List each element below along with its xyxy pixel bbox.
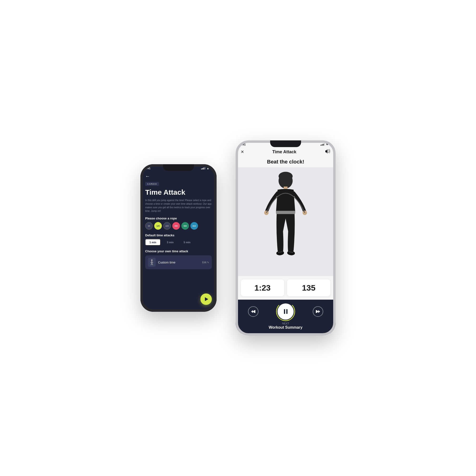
svg-rect-21 (316, 310, 317, 313)
signal-icon-2 (321, 143, 325, 146)
svg-marker-20 (318, 310, 320, 313)
edit-label[interactable]: Edit ✎ (202, 261, 209, 264)
skip-back-button[interactable] (248, 306, 258, 317)
phone1-content: ← CARDIO Time Attack In this drill you j… (140, 171, 217, 310)
phone2-header: × Time Attack (236, 147, 336, 158)
phone-2: 9:41 ≋ ▮ × Time Attack (236, 140, 336, 336)
metric-time: 1:23 (241, 279, 284, 296)
custom-time-row[interactable]: Custom time Edit ✎ (145, 255, 212, 269)
phone1-description: In this drill you jump against the time!… (145, 199, 212, 213)
battery-icon-2: ▮ (329, 143, 331, 146)
default-attacks-label: Default time attacks (145, 234, 212, 237)
skip-forward-button[interactable] (313, 306, 323, 317)
rope-350[interactable]: 350 (172, 222, 180, 230)
skip-back-icon (251, 309, 255, 314)
svg-rect-11 (276, 211, 295, 214)
battery-icon: ▮ (210, 167, 212, 170)
controls-buttons (241, 304, 330, 320)
scene: 9:41 ▲ ▮ ← CARDIO Time Attack In this dr… (140, 140, 336, 336)
metrics-row: 1:23 135 (236, 276, 336, 300)
custom-time-thumbnail (148, 258, 156, 267)
controls-bar: NEXT Workout Summary (236, 300, 336, 333)
jumper-figure (236, 167, 336, 276)
rope-500[interactable]: 500 (181, 222, 189, 230)
phone2-header-title: Time Attack (272, 150, 296, 154)
svg-point-0 (151, 259, 153, 261)
custom-time-label: Custom time (158, 261, 200, 264)
rope-225[interactable]: 225 (163, 222, 171, 230)
wifi-icon: ▲ (206, 167, 209, 170)
rope-125[interactable]: 125 (154, 222, 162, 230)
svg-marker-16 (253, 310, 255, 313)
pause-ring (276, 302, 295, 321)
back-button[interactable]: ← (145, 173, 212, 179)
svg-point-7 (278, 172, 292, 181)
phone1-status-icons: ▲ ▮ (201, 167, 212, 170)
next-title: Workout Summary (269, 325, 303, 330)
edit-icon: ✎ (207, 261, 209, 264)
subtitle: Beat the clock! (236, 158, 336, 167)
pause-button[interactable] (277, 304, 294, 320)
phone2-status-icons: ≋ ▮ (321, 143, 331, 146)
time-1min-button[interactable]: 1 min (145, 239, 161, 246)
rope-circles: 65 125 225 350 500 810 (145, 222, 212, 230)
time-3min-button[interactable]: 3 min (163, 239, 178, 246)
svg-marker-17 (251, 310, 253, 313)
rope-section-label: Please choose a rope (145, 217, 212, 220)
close-button[interactable]: × (241, 149, 244, 155)
jumper-area (236, 167, 336, 276)
metric-count: 135 (287, 279, 330, 296)
phone1-notch (163, 164, 194, 171)
signal-icon (201, 167, 205, 170)
volume-button[interactable] (325, 149, 330, 155)
rope-810[interactable]: 810 (190, 222, 198, 230)
svg-marker-19 (317, 310, 319, 313)
rope-65[interactable]: 65 (145, 222, 153, 230)
wifi-icon-2: ≋ (326, 143, 328, 146)
phone1-time: 9:41 (145, 167, 151, 170)
svg-line-5 (152, 263, 153, 265)
play-button[interactable] (200, 293, 212, 305)
svg-line-4 (151, 263, 152, 265)
next-label: NEXT (282, 322, 289, 325)
svg-point-10 (303, 210, 307, 215)
phone2-time: 9:41 (240, 143, 246, 146)
phone-1: 9:41 ▲ ▮ ← CARDIO Time Attack In this dr… (140, 164, 217, 312)
time-buttons: 1 min 3 min 5 min (145, 239, 212, 246)
play-icon (205, 297, 208, 301)
time-5min-button[interactable]: 5 min (180, 239, 194, 246)
phone2-notch (270, 140, 301, 147)
svg-rect-18 (255, 310, 255, 313)
phone2-content: × Time Attack Beat the clock! (236, 147, 336, 333)
phone1-title: Time Attack (145, 188, 212, 196)
cardio-badge: CARDIO (145, 182, 159, 186)
own-attack-label: Choose your own time attack (145, 249, 212, 253)
skip-forward-icon (316, 309, 320, 314)
svg-point-9 (264, 210, 269, 215)
